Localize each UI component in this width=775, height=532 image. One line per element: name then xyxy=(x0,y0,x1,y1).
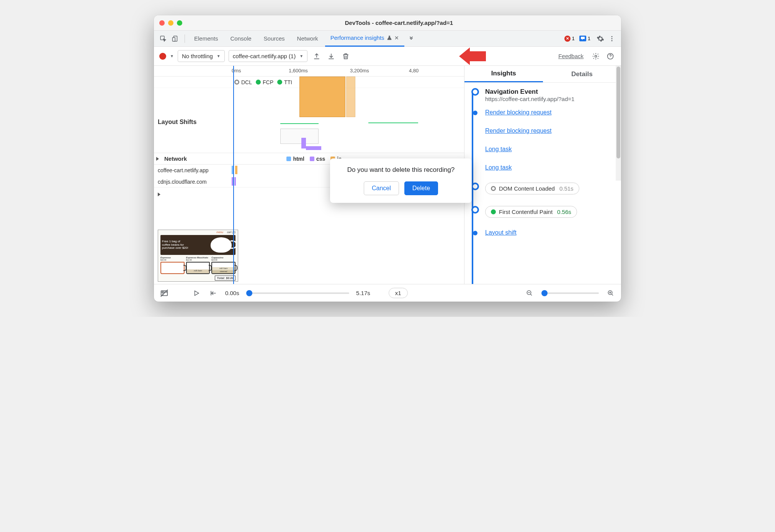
event-link[interactable]: Render blocking request xyxy=(485,127,551,134)
device-toolbar-icon[interactable] xyxy=(170,33,181,44)
close-tab-icon[interactable]: ✕ xyxy=(394,30,399,46)
metric-pill: DOM Content Loaded 0.51s xyxy=(485,183,579,194)
playhead-line[interactable] xyxy=(233,66,234,284)
devtools-window: DevTools - coffee-cart.netlify.app/?ad=1… xyxy=(154,15,621,302)
svg-point-5 xyxy=(611,40,613,41)
event-link[interactable]: Long task xyxy=(485,146,512,152)
layout-shift-bar[interactable] xyxy=(280,123,319,124)
event-navigation[interactable]: Navigation Event https://coffee-cart.net… xyxy=(468,88,618,102)
event-render-block[interactable]: Render blocking request xyxy=(468,127,618,134)
minimize-window-button[interactable] xyxy=(168,20,173,26)
event-link[interactable]: Long task xyxy=(485,164,512,171)
ruler-tick: 3,200ms xyxy=(350,68,369,73)
tab-console[interactable]: Console xyxy=(225,31,257,47)
cancel-button[interactable]: Cancel xyxy=(364,181,399,195)
event-link[interactable]: Render blocking request xyxy=(485,109,551,116)
rewind-icon[interactable] xyxy=(208,288,218,298)
record-button[interactable] xyxy=(159,53,166,60)
zoom-slider[interactable] xyxy=(541,292,599,294)
square-icon xyxy=(315,80,320,85)
circle-icon xyxy=(277,80,282,85)
legend-html: html xyxy=(286,156,304,162)
circle-icon xyxy=(256,80,261,85)
request-bar[interactable] xyxy=(234,177,236,186)
tab-elements[interactable]: Elements xyxy=(189,31,224,47)
timeline-node-icon xyxy=(473,231,477,235)
event-long-task[interactable]: Long task xyxy=(468,164,618,171)
timeline-slider[interactable] xyxy=(246,292,349,294)
purple-bar[interactable] xyxy=(306,146,321,150)
square-icon xyxy=(310,157,314,161)
callout-arrow-icon xyxy=(459,47,486,65)
event-layout-shift[interactable]: Layout shift xyxy=(468,229,618,236)
insights-pane: Insights Details Navigation Event https:… xyxy=(464,66,621,284)
close-window-button[interactable] xyxy=(159,20,165,26)
panel-settings-icon[interactable] xyxy=(590,51,601,62)
metric-label: First Contentful Paint xyxy=(499,209,553,215)
scrollbar[interactable] xyxy=(616,66,621,181)
upload-icon[interactable] xyxy=(311,51,322,62)
recording-value: coffee-cart.netlify.app (1) xyxy=(233,53,296,59)
event-dcl[interactable]: DOM Content Loaded 0.51s xyxy=(468,183,618,194)
download-icon[interactable] xyxy=(326,51,337,62)
ruler-tick: 4,80 xyxy=(409,68,419,73)
marker-dcl: DCL xyxy=(234,79,252,85)
window-title: DevTools - coffee-cart.netlify.app/?ad=1 xyxy=(182,20,616,26)
square-icon xyxy=(286,157,291,161)
speed-select[interactable]: x1 xyxy=(389,288,408,298)
tab-insights[interactable]: Insights xyxy=(464,66,543,82)
tab-details[interactable]: Details xyxy=(543,66,621,82)
metric-time: 0.56s xyxy=(557,209,571,215)
svg-point-6 xyxy=(595,55,597,57)
settings-icon[interactable] xyxy=(595,33,606,44)
maximize-window-button[interactable] xyxy=(177,20,182,26)
kebab-menu-icon[interactable] xyxy=(607,33,617,44)
toggle-screenshots-icon[interactable] xyxy=(159,288,169,298)
feedback-link[interactable]: Feedback xyxy=(558,53,584,59)
event-render-block[interactable]: Render blocking request xyxy=(468,109,618,116)
timeline-node-icon xyxy=(471,183,479,190)
slider-thumb[interactable] xyxy=(246,290,252,296)
traffic-lights xyxy=(159,20,182,26)
badge-count: 1 xyxy=(572,36,575,41)
throttling-value: No throttling xyxy=(182,53,213,59)
thumb-product: Espresso$10.00 xyxy=(160,256,185,274)
delete-icon[interactable] xyxy=(340,51,351,62)
svg-line-17 xyxy=(611,294,613,295)
svg-rect-2 xyxy=(173,38,175,41)
time-ruler[interactable]: 0ms 1,600ms 3,200ms 4,80 xyxy=(154,66,464,77)
thumb-banner: Free 1 bag of coffee beans for purchase … xyxy=(160,235,235,255)
delete-button[interactable]: Delete xyxy=(404,181,438,195)
purple-bar[interactable] xyxy=(301,138,306,149)
layout-shift-bar[interactable] xyxy=(368,122,418,123)
record-menu-caret[interactable]: ▼ xyxy=(170,54,174,58)
more-tabs-icon[interactable] xyxy=(406,33,417,44)
inspect-element-icon[interactable] xyxy=(158,33,168,44)
zoom-in-icon[interactable] xyxy=(606,288,616,298)
throttling-select[interactable]: No throttling ▼ xyxy=(178,50,225,62)
tab-performance-insights[interactable]: Performance insights ✕ xyxy=(325,31,404,47)
modal-message: Do you want to delete this recording? xyxy=(338,166,464,174)
scrollbar-thumb[interactable] xyxy=(616,67,620,158)
slider-thumb[interactable] xyxy=(541,290,548,296)
tab-network[interactable]: Network xyxy=(292,31,324,47)
host-label: coffee-cart.netlify.app xyxy=(158,167,209,173)
play-icon[interactable] xyxy=(191,288,201,298)
event-fcp[interactable]: First Contentful Paint 0.56s xyxy=(468,206,618,218)
filmstrip-thumbnail[interactable]: menu cart (0) Free 1 bag of coffee beans… xyxy=(158,230,238,282)
circle-icon xyxy=(491,209,496,214)
tab-sources[interactable]: Sources xyxy=(258,31,290,47)
event-title: Navigation Event xyxy=(485,88,618,96)
request-bar[interactable] xyxy=(235,166,237,174)
help-icon[interactable] xyxy=(605,51,616,62)
event-link[interactable]: Layout shift xyxy=(485,229,517,236)
recording-select[interactable]: coffee-cart.netlify.app (1) ▼ xyxy=(229,50,307,62)
circle-icon xyxy=(234,80,239,85)
marker-tti: TTI xyxy=(277,79,292,85)
error-badge[interactable]: ✕1 xyxy=(564,36,575,42)
thumb-product: Cappucino$19.00 milk foamsteamed xyxy=(211,256,235,274)
zoom-out-icon[interactable] xyxy=(525,288,535,298)
section-label: Network xyxy=(164,155,187,162)
info-badge[interactable]: 1 xyxy=(579,36,590,41)
event-long-task[interactable]: Long task xyxy=(468,146,618,153)
